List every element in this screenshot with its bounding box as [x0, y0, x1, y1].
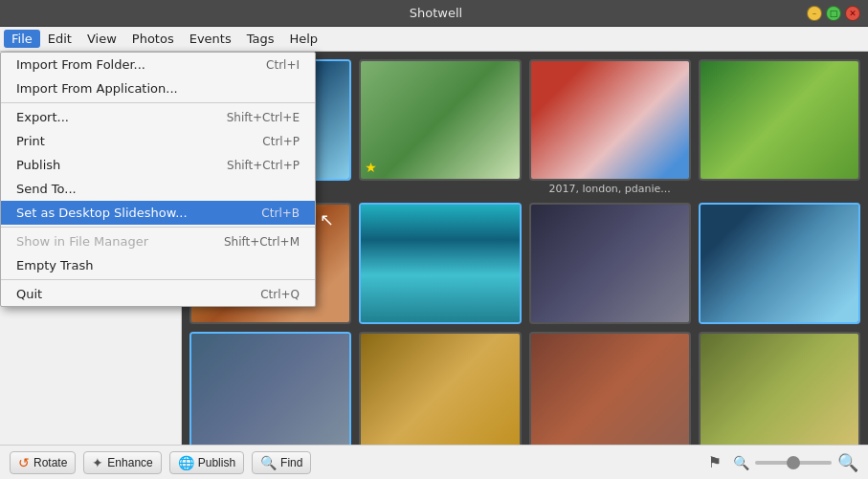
menu-row-item[interactable]: QuitCtrl+Q [1, 282, 315, 306]
photo-inner [191, 334, 349, 445]
photo-inner: ★ [361, 61, 519, 179]
menu-item-label: Import From Folder... [16, 57, 145, 72]
find-label: Find [280, 456, 302, 469]
menu-row-item: Show in File ManagerShift+Ctrl+M [1, 229, 315, 253]
photo-inner [701, 61, 858, 179]
flag-icon[interactable]: ⚑ [702, 450, 727, 474]
rotate-button[interactable]: ↺ Rotate [10, 451, 76, 474]
menu-shortcut: Ctrl+Q [260, 288, 300, 301]
menu-shortcut: Shift+Ctrl+M [224, 235, 300, 249]
menu-row-item[interactable]: Send To... [1, 177, 315, 201]
photo-wrapper [359, 203, 521, 324]
menu-shortcut: Shift+Ctrl+E [227, 111, 300, 124]
menu-row-item[interactable]: PrintCtrl+P [1, 129, 315, 153]
window-controls[interactable]: – □ ✕ [807, 6, 860, 21]
photo-thumb[interactable]: ★ [359, 59, 521, 181]
publish-button[interactable]: 🌐 Publish [169, 451, 244, 474]
menu-separator [1, 227, 315, 228]
menu-row-item[interactable]: Import From Application... [1, 76, 315, 100]
zoom-slider[interactable] [755, 461, 832, 465]
menu-help[interactable]: Help [281, 30, 325, 48]
zoom-out-icon: 🔍 [733, 455, 749, 470]
menu-item-label: Show in File Manager [16, 234, 148, 249]
photo-inner [361, 334, 519, 445]
menu-item-label: Quit [16, 287, 42, 301]
photo-thumb[interactable] [699, 332, 860, 445]
menu-item-label: Empty Trash [16, 258, 93, 272]
zoom-in-icon: 🔍 [837, 452, 858, 472]
star-badge: ★ [365, 160, 377, 175]
menu-item-label: Export... [16, 110, 69, 124]
menu-events[interactable]: Events [182, 30, 239, 48]
menu-shortcut: Ctrl+B [261, 207, 300, 220]
photo-wrapper [359, 332, 521, 445]
maximize-button[interactable]: □ [826, 6, 841, 21]
rotate-icon: ↺ [18, 455, 30, 470]
enhance-button[interactable]: ✦ Enhance [83, 451, 161, 474]
publish-icon: 🌐 [178, 455, 194, 470]
menu-photos[interactable]: Photos [124, 30, 182, 48]
enhance-icon: ✦ [92, 455, 103, 470]
photo-inner [701, 334, 858, 445]
menu-edit[interactable]: Edit [40, 30, 79, 48]
zoom-area: ⚑ 🔍 🔍 [702, 450, 858, 474]
photo-wrapper: 2017, london, pdanie... [529, 59, 691, 195]
photo-thumb[interactable] [359, 332, 521, 445]
photo-thumb[interactable] [699, 59, 860, 181]
menu-file[interactable]: File [4, 30, 40, 48]
photo-wrapper [699, 203, 860, 324]
menu-row-item[interactable]: Empty Trash [1, 253, 315, 277]
close-button[interactable]: ✕ [845, 6, 860, 21]
photo-inner [701, 205, 858, 322]
photo-inner [531, 334, 689, 445]
photo-inner [361, 205, 519, 322]
menu-item-label: Print [16, 134, 45, 148]
bottom-bar: ↺ Rotate ✦ Enhance 🌐 Publish 🔍 Find ⚑ 🔍 … [0, 445, 868, 479]
menu-item-label: Send To... [16, 182, 77, 196]
photo-inner [531, 205, 689, 322]
photo-wrapper [529, 203, 691, 324]
photo-thumb[interactable] [699, 203, 860, 324]
photo-wrapper: 1990, albi... [529, 332, 691, 445]
photo-thumb[interactable] [529, 203, 691, 324]
menu-tags[interactable]: Tags [239, 30, 282, 48]
menu-item-label: Import From Application... [16, 81, 178, 96]
menu-view[interactable]: View [79, 30, 124, 48]
photo-thumb[interactable] [529, 332, 691, 445]
enhance-label: Enhance [107, 456, 152, 469]
menu-row-item[interactable]: Import From Folder...Ctrl+I [1, 53, 315, 76]
menu-separator [1, 279, 315, 280]
menu-row-item[interactable]: Set as Desktop Slideshow...Ctrl+B↖ [1, 201, 315, 225]
menu-item-label: Publish [16, 158, 60, 172]
photo-thumb[interactable] [189, 332, 351, 445]
menu-separator [1, 102, 315, 103]
menu-bar: File Edit View Photos Events Tags Help [0, 27, 868, 52]
file-menu-dropdown[interactable]: Import From Folder...Ctrl+IImport From A… [0, 52, 316, 307]
title-bar: Shotwell – □ ✕ [0, 0, 868, 27]
menu-shortcut: Shift+Ctrl+P [227, 159, 300, 172]
photo-wrapper [699, 59, 860, 195]
photo-caption: 2017, london, pdanie... [529, 183, 691, 195]
photo-wrapper [189, 332, 351, 445]
menu-item-label: Set as Desktop Slideshow... [16, 206, 188, 220]
publish-label: Publish [198, 456, 235, 469]
minimize-button[interactable]: – [807, 6, 822, 21]
photo-wrapper: ★ [359, 59, 521, 195]
menu-shortcut: Ctrl+P [262, 135, 300, 148]
find-button[interactable]: 🔍 Find [252, 451, 311, 474]
window-title: Shotwell [65, 6, 807, 20]
menu-row-item[interactable]: PublishShift+Ctrl+P [1, 153, 315, 177]
photo-wrapper [699, 332, 860, 445]
menu-row-item[interactable]: Export...Shift+Ctrl+E [1, 105, 315, 129]
rotate-label: Rotate [33, 456, 67, 469]
photo-thumb[interactable] [359, 203, 521, 324]
photo-thumb[interactable] [529, 59, 691, 181]
find-icon: 🔍 [260, 455, 277, 470]
photo-inner [531, 61, 689, 179]
menu-shortcut: Ctrl+I [266, 58, 300, 72]
